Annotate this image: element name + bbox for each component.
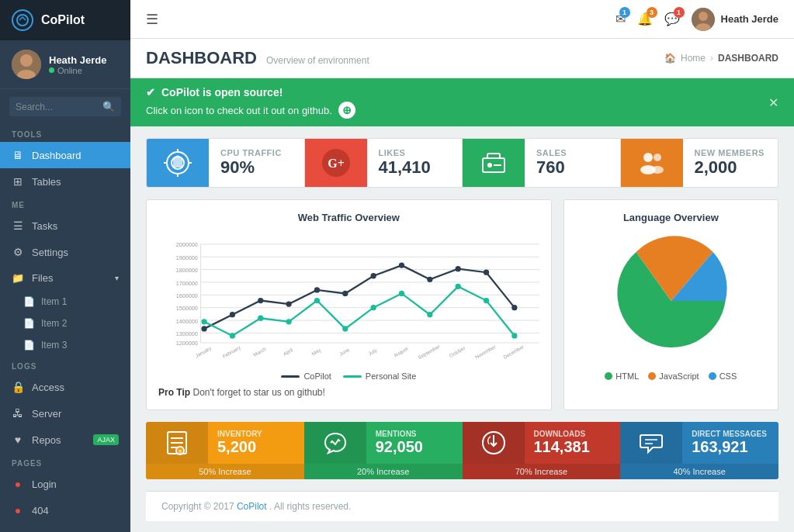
mail-button[interactable]: ✉ 1 — [615, 12, 626, 26]
login-label: Login — [32, 478, 57, 490]
sidebar-item-files[interactable]: 📁 Files ▾ — [0, 265, 130, 291]
me-section-label: ME — [0, 195, 130, 212]
item3-label: Item 3 — [41, 340, 67, 351]
sidebar-search[interactable]: 🔍 — [9, 97, 121, 116]
web-traffic-legend: CoPilot Personal Site — [158, 371, 539, 381]
svg-text:November: November — [474, 344, 498, 360]
svg-text:1800000: 1800000 — [176, 267, 198, 274]
pages-section-label: PAGES — [0, 453, 130, 471]
svg-text:G+: G+ — [328, 157, 345, 170]
svg-point-60 — [399, 291, 404, 296]
members-icon-box — [621, 139, 683, 187]
cpu-icon-box — [147, 139, 209, 187]
sidebar-item-dashboard[interactable]: 🖥 Dashboard — [0, 142, 130, 168]
svg-point-51 — [484, 270, 489, 275]
topbar-user[interactable]: Heath Jerde — [692, 8, 778, 31]
svg-text:1900000: 1900000 — [176, 254, 198, 261]
svg-text:July: July — [367, 347, 379, 357]
github-icon[interactable]: ⊕ — [338, 102, 355, 119]
svg-point-48 — [399, 262, 404, 268]
mentions-value: 92,050 — [376, 438, 453, 456]
sales-value: 760 — [536, 157, 609, 178]
search-input[interactable] — [16, 102, 102, 112]
svg-point-64 — [511, 333, 517, 338]
svg-point-53 — [201, 319, 206, 324]
breadcrumb-current: DASHBOARD — [718, 53, 778, 64]
sidebar-item-item2[interactable]: 📄 Item 2 — [0, 313, 130, 334]
sidebar-item-tables[interactable]: ⊞ Tables — [0, 168, 130, 195]
access-icon: 🔒 — [12, 381, 24, 393]
svg-point-47 — [371, 273, 376, 278]
item1-icon: 📄 — [23, 296, 35, 307]
sidebar-user-name: Heath Jerde — [49, 54, 106, 66]
stats-row: CPU TRAFFIC 90% G+ LIKES 41,410 — [146, 138, 778, 188]
svg-point-61 — [427, 312, 432, 317]
svg-point-5 — [699, 12, 708, 21]
likes-label: LIKES — [379, 148, 451, 157]
js-legend: JavaScript — [659, 371, 699, 381]
content-area: DASHBOARD Overview of environment 🏠 Home… — [130, 39, 794, 532]
likes-value: 41,410 — [379, 157, 451, 178]
alert-banner: ✔ CoPilot is open source! Click on icon … — [130, 78, 794, 126]
settings-label: Settings — [32, 247, 68, 258]
messages-icon — [620, 422, 682, 464]
tables-label: Tables — [32, 176, 61, 188]
inventory-value: 5,200 — [217, 438, 295, 456]
members-label: NEW MEMBERS — [695, 148, 767, 157]
svg-point-50 — [456, 266, 461, 271]
chevron-down-icon: ▾ — [115, 274, 119, 282]
chat-badge: 1 — [674, 7, 685, 18]
status-label: Online — [57, 66, 82, 75]
sidebar-item-access[interactable]: 🔒 Access — [0, 374, 130, 400]
svg-point-57 — [314, 298, 320, 303]
svg-text:1300000: 1300000 — [176, 330, 198, 337]
svg-point-19 — [654, 154, 661, 161]
footer-brand[interactable]: CoPilot — [237, 501, 267, 512]
svg-point-49 — [427, 277, 432, 282]
user-section: Heath Jerde Online — [0, 40, 130, 89]
item2-label: Item 2 — [41, 318, 67, 329]
alert-close-button[interactable]: ✕ — [768, 95, 778, 110]
item1-label: Item 1 — [41, 296, 67, 307]
page-title: DASHBOARD — [146, 48, 257, 68]
svg-text:December: December — [502, 344, 525, 360]
html-legend: HTML — [615, 371, 639, 381]
svg-point-59 — [371, 305, 376, 310]
item3-icon: 📄 — [23, 340, 35, 351]
sidebar-item-settings[interactable]: ⚙ Settings — [0, 239, 130, 265]
sidebar-item-tasks[interactable]: ☰ Tasks — [0, 212, 130, 239]
user-avatar — [12, 50, 41, 79]
files-label: Files — [32, 272, 115, 284]
stat-mentions: MENTIONS 92,050 20% Increase — [304, 422, 463, 479]
main-content: ☰ ✉ 1 🔔 3 💬 1 — [130, 0, 794, 532]
pro-tip-text: Don't forget to star us on github! — [192, 387, 324, 398]
svg-point-55 — [258, 316, 263, 321]
sidebar-item-repos[interactable]: ♥ Repos AJAX — [0, 427, 130, 453]
sidebar-item-login[interactable]: ● Login — [0, 471, 130, 497]
cpu-value: 90% — [220, 157, 293, 178]
chat-button[interactable]: 💬 1 — [664, 12, 680, 26]
logs-section-label: LOGS — [0, 356, 130, 374]
repos-icon: ♥ — [12, 434, 24, 446]
messages-sub: 40% Increase — [620, 464, 778, 479]
legend-copilot: CoPilot — [303, 371, 331, 381]
sidebar-item-server[interactable]: 🖧 Server — [0, 400, 130, 427]
hamburger-menu[interactable]: ☰ — [146, 11, 158, 28]
stat-inventory: $ INVENTORY 5,200 50% Increase — [146, 422, 304, 479]
svg-point-63 — [484, 298, 489, 303]
alert-subtitle-text: Click on icon to check out it out on git… — [146, 105, 332, 116]
breadcrumb-home[interactable]: Home — [681, 53, 706, 64]
bell-badge: 3 — [647, 7, 657, 18]
topbar: ☰ ✉ 1 🔔 3 💬 1 — [130, 0, 794, 39]
svg-point-56 — [286, 319, 291, 324]
sidebar-item-item1[interactable]: 📄 Item 1 — [0, 291, 130, 313]
charts-row: Web Traffic Overview — [146, 199, 778, 410]
inventory-icon: $ — [146, 422, 208, 464]
svg-text:January: January — [194, 344, 213, 359]
sidebar-item-item3[interactable]: 📄 Item 3 — [0, 334, 130, 356]
bell-button[interactable]: 🔔 3 — [637, 12, 653, 26]
sidebar-item-404[interactable]: ● 404 — [0, 497, 130, 523]
footer-suffix: . All rights reserved. — [269, 501, 351, 512]
stat-card-members: NEW MEMBERS 2,000 — [621, 139, 778, 187]
page-footer: Copyright © 2017 CoPilot . All rights re… — [146, 491, 778, 521]
